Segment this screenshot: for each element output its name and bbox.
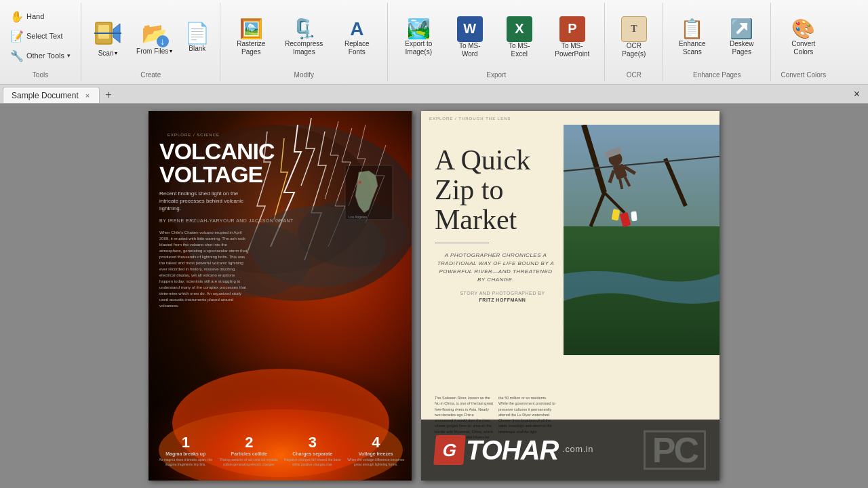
- enhance-scans-button[interactable]: 📋 Enhance Scans: [669, 14, 715, 60]
- ocr-pages-button[interactable]: T OCR Page(s): [610, 13, 657, 62]
- replace-fonts-button[interactable]: A Replace Fonts: [332, 15, 382, 60]
- right-divider: [435, 243, 489, 243]
- toolbar-section-tools: ✋ Hand 📝 Select Text 🔧 Other Tools ▾ Too…: [0, 3, 81, 81]
- document-area: Los Angeles EXPLORE / SCIENCE VOLCANIC V…: [0, 104, 868, 488]
- export-buttons: 🏞️ Export to Image(s) W To MS-Word X To …: [393, 5, 599, 68]
- volcanic-title-line2: VOLTAGE: [159, 163, 294, 186]
- tab-close-button[interactable]: ×: [84, 92, 91, 100]
- watermark-domain: .com.in: [562, 444, 593, 454]
- recompress-icon: 🗜️: [292, 18, 316, 40]
- hand-icon: ✋: [10, 10, 24, 23]
- ocr-buttons: T OCR Page(s): [610, 5, 657, 68]
- right-title: A Quick Zip to Market: [435, 145, 570, 235]
- right-byline: STORY AND PHOTOGRAPHED BY: [435, 291, 570, 296]
- recompress-button[interactable]: 🗜️ Recompress Images: [279, 14, 329, 60]
- vol-step-1: 1 Magma breaks up As magma rises it brea…: [157, 434, 215, 467]
- convert-colors-icon: 🎨: [791, 18, 815, 40]
- create-buttons: Scan ▾ 📂 ↓ From Files ▾ 📄 Blank: [87, 5, 214, 68]
- tab-add-button[interactable]: +: [100, 87, 117, 103]
- hand-button[interactable]: ✋ Hand: [5, 7, 75, 26]
- tab-title: Sample Document: [12, 91, 79, 100]
- vol-step-2: 2 Particles collide Rising particles of …: [220, 434, 279, 467]
- tools-label: Tools: [33, 68, 48, 79]
- scan-icon: [92, 17, 124, 49]
- document-tab[interactable]: Sample Document ×: [3, 87, 100, 103]
- export-image-button[interactable]: 🏞️ Export to Image(s): [393, 14, 443, 60]
- svg-text:Los Angeles: Los Angeles: [349, 215, 368, 219]
- enhance-buttons: 📋 Enhance Scans ↗️ Deskew Pages: [669, 5, 765, 68]
- left-breadcrumb: EXPLORE / SCIENCE: [167, 133, 220, 137]
- rasterize-button[interactable]: 🖼️ Rasterize Pages: [226, 14, 276, 60]
- toolbar-section-enhance: 📋 Enhance Scans ↗️ Deskew Pages Enhance …: [663, 3, 771, 81]
- modify-label: Modify: [294, 68, 314, 79]
- modify-buttons: 🖼️ Rasterize Pages 🗜️ Recompress Images …: [226, 5, 382, 68]
- svg-point-13: [359, 181, 361, 184]
- convert-buttons: 🎨 Convert Colors: [776, 5, 830, 68]
- scan-dropdown-icon: ▾: [115, 50, 117, 56]
- from-files-button[interactable]: 📂 ↓ From Files ▾: [132, 16, 177, 59]
- volcanic-text-area: EXPLORE / SCIENCE VOLCANIC VOLTAGE Recen…: [159, 127, 294, 309]
- vol-step-3: 3 Charges separate Negative charges fall…: [283, 434, 342, 467]
- volcanic-steps: 1 Magma breaks up As magma rises it brea…: [149, 434, 413, 467]
- right-breadcrumb: EXPLORE / THROUGH THE LENS: [429, 117, 511, 121]
- toolbar-section-create: Scan ▾ 📂 ↓ From Files ▾ 📄 Blank: [81, 3, 220, 81]
- tools-buttons: ✋ Hand 📝 Select Text 🔧 Other Tools ▾: [5, 5, 75, 66]
- other-tools-button[interactable]: 🔧 Other Tools ▾: [5, 47, 75, 65]
- enhance-scans-icon: 📋: [680, 18, 704, 40]
- blank-icon: 📄: [184, 21, 210, 45]
- toolbar-section-modify: 🖼️ Rasterize Pages 🗜️ Recompress Images …: [220, 3, 388, 81]
- dropdown-arrow-icon: ▾: [67, 52, 71, 59]
- create-label: Create: [140, 68, 161, 79]
- watermark-logo: G TOHAR .com.in: [435, 435, 593, 465]
- blank-button[interactable]: 📄 Blank: [180, 18, 214, 56]
- watermark-main-text: TOHAR: [466, 436, 558, 464]
- deskew-pages-button[interactable]: ↗️ Deskew Pages: [718, 14, 765, 60]
- ocr-label: OCR: [627, 68, 642, 79]
- volcanic-byline: BY IRENE ERZUAH-YARYOUR AND JACKSON GRAN…: [159, 218, 294, 223]
- ms-word-icon: W: [457, 16, 483, 42]
- scan-button[interactable]: Scan ▾: [87, 14, 129, 61]
- svg-rect-1: [98, 25, 109, 39]
- from-files-dropdown-icon: ▾: [170, 48, 172, 54]
- tools-icon: 🔧: [10, 49, 24, 62]
- watermark-g-icon: G: [433, 435, 466, 465]
- page-right-spread: EXPLORE / THROUGH THE LENS A Quick Zip t…: [421, 111, 719, 481]
- ms-excel-icon: X: [507, 16, 532, 42]
- watermark-pc: PC: [644, 430, 706, 470]
- window-close-button[interactable]: ×: [846, 85, 868, 103]
- volcanic-body: When Chile's Chaiten volcano erupted in …: [159, 230, 248, 309]
- to-ms-powerpoint-button[interactable]: P To MS-PowerPoint: [545, 13, 599, 62]
- convert-colors-button[interactable]: 🎨 Convert Colors: [776, 14, 830, 60]
- svg-rect-31: [631, 211, 637, 222]
- right-title-area: A Quick Zip to Market A PHOTOGRAPHER CHR…: [435, 145, 570, 302]
- deskew-icon: ↗️: [730, 18, 753, 40]
- right-photographer: FRITZ HOFFMANN: [435, 298, 570, 302]
- toolbar-section-ocr: T OCR Page(s) OCR: [605, 3, 663, 81]
- export-label: Export: [486, 68, 506, 79]
- ocr-icon: T: [621, 16, 647, 42]
- rasterize-icon: 🖼️: [239, 18, 263, 40]
- right-subtitle: A PHOTOGRAPHER CHRONICLES A TRADITIONAL …: [435, 251, 557, 284]
- select-text-button[interactable]: 📝 Select Text: [5, 27, 75, 45]
- toolbar-section-export: 🏞️ Export to Image(s) W To MS-Word X To …: [388, 3, 605, 81]
- replace-fonts-icon: A: [350, 18, 363, 40]
- toolbar: ✋ Hand 📝 Select Text 🔧 Other Tools ▾ Too…: [0, 0, 868, 85]
- page-left: Los Angeles EXPLORE / SCIENCE VOLCANIC V…: [149, 111, 413, 481]
- select-text-icon: 📝: [10, 30, 24, 43]
- ms-ppt-icon: P: [559, 16, 585, 42]
- volcanic-title-line1: VOLCANIC: [159, 140, 294, 163]
- right-photo-svg: [564, 125, 719, 355]
- to-ms-word-button[interactable]: W To MS-Word: [446, 13, 493, 62]
- tab-bar: Sample Document × + ×: [0, 85, 868, 104]
- volcanic-subtitle: Recent findings shed light on the intric…: [159, 190, 248, 213]
- right-photo: [564, 125, 719, 355]
- export-image-icon: 🏞️: [407, 18, 431, 40]
- to-ms-excel-button[interactable]: X To MS-Excel: [496, 13, 542, 62]
- vol-step-4: 4 Voltage freezes When the voltage diffe…: [347, 434, 406, 467]
- page-left-spread: Los Angeles EXPLORE / SCIENCE VOLCANIC V…: [149, 111, 413, 481]
- pages-container: Los Angeles EXPLORE / SCIENCE VOLCANIC V…: [143, 104, 725, 488]
- page-right: EXPLORE / THROUGH THE LENS A Quick Zip t…: [421, 111, 719, 481]
- watermark: G TOHAR .com.in PC: [421, 420, 719, 481]
- right-byline-area: STORY AND PHOTOGRAPHED BY FRITZ HOFFMANN: [435, 291, 570, 302]
- watermark-domain-area: .com.in: [562, 444, 593, 457]
